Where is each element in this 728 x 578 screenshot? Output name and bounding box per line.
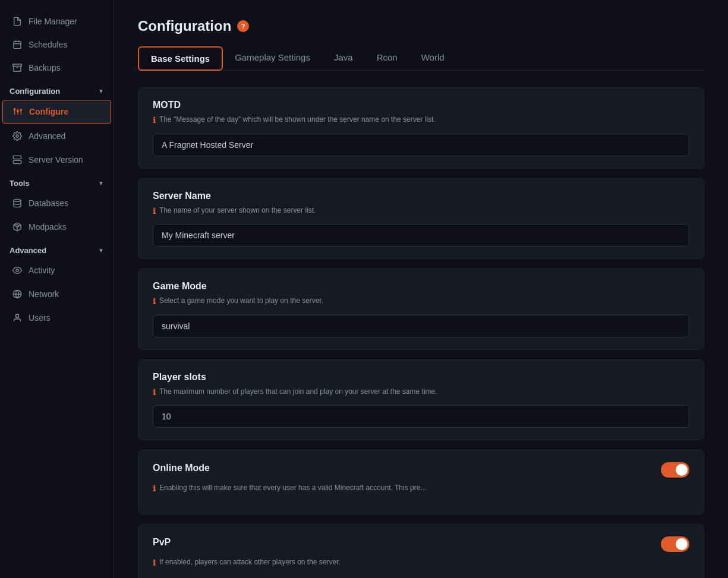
online-mode-label-section: Online Mode	[153, 463, 661, 477]
online-mode-section: Online Mode ℹ Enabling this will make su…	[138, 450, 704, 514]
settings-icon	[12, 131, 23, 141]
sidebar-item-label: Activity	[29, 266, 55, 275]
pvp-label: PvP	[153, 537, 661, 548]
game-mode-section: Game Mode ℹ Select a game mode you want …	[138, 269, 704, 350]
hint-icon: ℹ	[153, 483, 156, 495]
svg-point-9	[14, 109, 15, 110]
tab-rcon[interactable]: Rcon	[365, 46, 409, 70]
main-content: Configuration ? Base Settings Gameplay S…	[114, 0, 728, 578]
svg-line-18	[15, 224, 19, 226]
svg-rect-0	[14, 42, 21, 49]
tab-java[interactable]: Java	[322, 46, 365, 70]
svg-rect-4	[13, 64, 22, 66]
hint-icon: ℹ	[153, 557, 156, 569]
player-slots-input[interactable]	[153, 405, 689, 428]
chevron-down-icon: ▼	[98, 247, 104, 254]
pvp-toggle[interactable]	[661, 536, 689, 552]
tab-world[interactable]: World	[409, 46, 456, 70]
tabs: Base Settings Gameplay Settings Java Rco…	[138, 46, 704, 71]
sidebar-item-label: Users	[29, 313, 51, 323]
online-mode-row: Online Mode	[153, 462, 689, 478]
sidebar-item-schedules[interactable]: Schedules	[2, 33, 111, 56]
hint-icon: ℹ	[153, 206, 156, 217]
help-icon[interactable]: ?	[237, 20, 249, 32]
sidebar: File Manager Schedules Backups Configura…	[0, 0, 114, 578]
sidebar-item-label: Databases	[29, 198, 68, 208]
svg-point-12	[16, 135, 18, 137]
sidebar-item-advanced[interactable]: Advanced	[2, 125, 111, 147]
motd-hint: ℹ The "Message of the day" which will be…	[153, 114, 689, 127]
svg-point-10	[17, 110, 19, 112]
svg-point-11	[20, 109, 22, 111]
server-name-hint: ℹ The name of your server shown on the s…	[153, 205, 689, 217]
pvp-section: PvP ℹ If enabled, players can attack oth…	[138, 524, 704, 579]
sidebar-item-configure[interactable]: Configure	[2, 100, 111, 124]
advanced-section-header[interactable]: Advanced ▼	[0, 239, 114, 258]
toggle-slider	[661, 462, 689, 478]
svg-rect-14	[13, 160, 21, 163]
sidebar-item-network[interactable]: Network	[2, 283, 111, 305]
sidebar-item-label: Configure	[29, 107, 68, 116]
sidebar-item-server-version[interactable]: Server Version	[2, 149, 111, 171]
online-mode-label: Online Mode	[153, 463, 661, 473]
package-icon	[12, 222, 23, 232]
game-mode-input[interactable]	[153, 315, 689, 337]
pvp-hint: ℹ If enabled, players can attack other p…	[153, 557, 689, 569]
server-name-input[interactable]	[153, 224, 689, 247]
sidebar-item-users[interactable]: Users	[2, 307, 111, 329]
tools-section-header[interactable]: Tools ▼	[0, 172, 114, 191]
sidebar-item-label: Backups	[29, 63, 61, 72]
chevron-down-icon: ▼	[98, 180, 104, 187]
online-mode-toggle[interactable]	[661, 462, 689, 478]
sidebar-item-databases[interactable]: Databases	[2, 192, 111, 214]
sidebar-item-label: Network	[29, 289, 59, 299]
game-mode-label: Game Mode	[153, 281, 689, 292]
sidebar-item-label: Advanced	[29, 131, 65, 141]
sidebar-item-activity[interactable]: Activity	[2, 259, 111, 282]
game-mode-hint: ℹ Select a game mode you want to play on…	[153, 295, 689, 308]
calendar-icon	[12, 39, 23, 50]
sidebar-item-label: Server Version	[29, 155, 83, 165]
chevron-down-icon: ▼	[98, 88, 104, 94]
sliders-icon	[12, 106, 23, 117]
toggle-slider	[661, 536, 689, 552]
page-title-row: Configuration ?	[138, 18, 704, 34]
eye-icon	[12, 265, 23, 276]
sidebar-item-backups[interactable]: Backups	[2, 56, 111, 79]
svg-rect-13	[13, 156, 21, 159]
player-slots-label: Player slots	[153, 372, 689, 383]
configuration-section-header[interactable]: Configuration ▼	[0, 80, 114, 99]
pvp-label-section: PvP	[153, 537, 661, 551]
player-slots-section: Player slots ℹ The maximum number of pla…	[138, 359, 704, 441]
server-name-section: Server Name ℹ The name of your server sh…	[138, 178, 704, 260]
page-title: Configuration	[138, 18, 231, 34]
file-icon	[12, 16, 23, 27]
motd-section: MOTD ℹ The "Message of the day" which wi…	[138, 87, 704, 169]
server-icon	[12, 154, 23, 165]
tab-base-settings[interactable]: Base Settings	[138, 46, 223, 71]
sidebar-item-label: Schedules	[29, 40, 67, 49]
sidebar-item-modpacks[interactable]: Modpacks	[2, 216, 111, 238]
svg-point-17	[14, 199, 21, 201]
player-slots-hint: ℹ The maximum number of players that can…	[153, 386, 689, 399]
online-mode-hint: ℹ Enabling this will make sure that ever…	[153, 482, 689, 495]
user-icon	[12, 312, 23, 323]
globe-icon	[12, 289, 23, 299]
motd-label: MOTD	[153, 100, 689, 110]
archive-icon	[12, 62, 23, 73]
sidebar-item-file-manager[interactable]: File Manager	[2, 10, 111, 33]
server-name-label: Server Name	[153, 191, 689, 201]
tab-gameplay-settings[interactable]: Gameplay Settings	[223, 46, 322, 70]
sidebar-item-label: File Manager	[29, 17, 77, 26]
svg-point-23	[15, 314, 18, 317]
svg-point-20	[16, 269, 18, 271]
hint-icon: ℹ	[153, 387, 156, 399]
hint-icon: ℹ	[153, 296, 156, 308]
sidebar-item-label: Modpacks	[29, 222, 67, 232]
pvp-row: PvP	[153, 536, 689, 552]
database-icon	[12, 198, 23, 209]
motd-input[interactable]	[153, 134, 689, 156]
hint-icon: ℹ	[153, 115, 156, 127]
